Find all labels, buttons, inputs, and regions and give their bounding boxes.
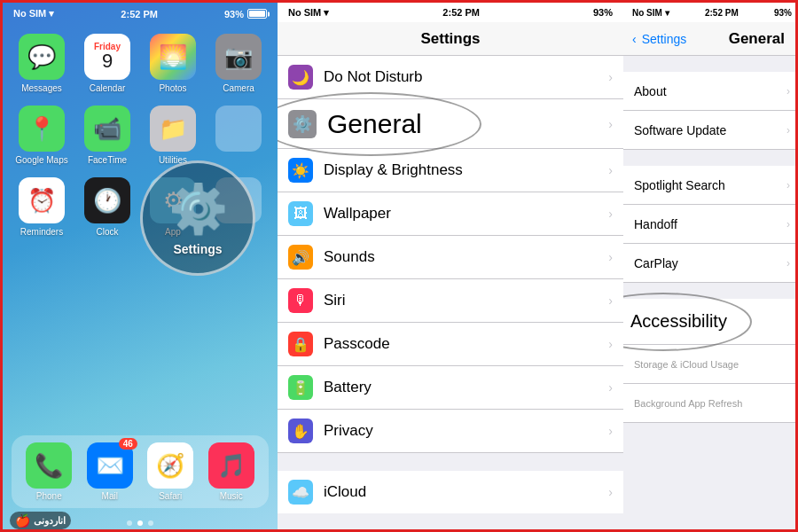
utilities-icon: 📁 <box>150 106 196 152</box>
dock-safari[interactable]: 🧭 Safari <box>147 442 193 501</box>
general-sep-2 <box>623 283 798 299</box>
calendar-icon: Friday 9 <box>84 34 130 80</box>
dock-mail[interactable]: ✉️ 46 Mail <box>87 442 133 501</box>
general-row-bgrefresh[interactable]: Background App Refresh <box>623 384 798 423</box>
sounds-label: Sounds <box>324 248 608 266</box>
display-chevron: › <box>608 163 613 177</box>
accessibility-row-container[interactable]: Accessibility <box>623 299 798 345</box>
safari-icon: 🧭 <box>147 442 193 489</box>
settings-row-sounds[interactable]: 🔊 Sounds › <box>278 236 623 279</box>
panel3-time: 2:52 PM <box>705 8 739 18</box>
general-label: General <box>327 109 608 139</box>
panel2-carrier: No SIM ▾ <box>288 7 329 19</box>
general-chevron: › <box>608 117 613 131</box>
battery-status: 93% <box>224 9 267 20</box>
messages-icon: 💬 <box>19 34 65 80</box>
app-facetime[interactable]: 📹 FaceTime <box>81 106 134 165</box>
app-clock[interactable]: 🕐 Clock <box>81 177 134 237</box>
storage-label: Storage & iCloud Usage <box>634 359 790 370</box>
siri-label: Siri <box>324 292 608 309</box>
dock-music[interactable]: 🎵 Music <box>208 442 254 501</box>
settings-row-siri[interactable]: 🎙 Siri › <box>278 279 623 323</box>
app-reminders[interactable]: ⏰ Reminders <box>15 177 68 237</box>
carplay-chevron: › <box>786 257 790 270</box>
settings-row-passcode[interactable]: 🔒 Passcode › <box>278 323 623 366</box>
app-maps[interactable]: 📍 Google Maps <box>15 106 68 165</box>
settings-row-privacy[interactable]: ✋ Privacy › <box>278 410 623 453</box>
icloud-chevron: › <box>608 485 613 499</box>
app-placeholder1 <box>212 106 265 165</box>
facetime-label: FaceTime <box>88 155 127 165</box>
passcode-label: Passcode <box>324 335 608 353</box>
status-bar: No SIM ▾ 2:52 PM 93% <box>3 3 278 25</box>
settings-row-wallpaper[interactable]: 🖼 Wallpaper › <box>278 192 623 236</box>
bgrefresh-label: Background App Refresh <box>634 398 790 409</box>
phone-icon: 📞 <box>26 442 72 489</box>
app-utilities[interactable]: 📁 Utilities <box>146 106 200 165</box>
wallpaper-icon: 🖼 <box>288 201 313 226</box>
spotlight-label: Spotlight Search <box>634 178 786 192</box>
siri-icon: 🎙 <box>288 288 313 313</box>
dnd-label: Do Not Disturb <box>324 68 608 86</box>
mail-label: Mail <box>102 491 118 501</box>
about-label: About <box>634 84 786 98</box>
general-row-carplay[interactable]: CarPlay › <box>623 244 798 283</box>
display-label: Display & Brightness <box>324 161 608 179</box>
dock: 📞 Phone ✉️ 46 Mail 🧭 Safari 🎵 Music <box>12 435 269 508</box>
settings-row-battery[interactable]: 🔋 Battery › <box>278 366 623 410</box>
software-update-label: Software Update <box>634 123 786 137</box>
clock-icon: 🕐 <box>84 177 130 223</box>
homescreen-panel: No SIM ▾ 2:52 PM 93% 💬 Messages Friday 9… <box>3 3 278 532</box>
accessibility-label: Accessibility <box>630 311 790 332</box>
mail-icon: ✉️ 46 <box>87 442 133 489</box>
battery-label: Battery <box>324 379 608 396</box>
dnd-chevron: › <box>608 70 613 84</box>
dot1 <box>127 520 132 526</box>
sounds-chevron: › <box>608 250 613 264</box>
separator-1 <box>278 453 623 471</box>
privacy-icon: ✋ <box>288 419 313 443</box>
general-row-accessibility[interactable]: Accessibility <box>623 299 798 345</box>
battery-pct: 93% <box>224 9 244 20</box>
settings-row-icloud[interactable]: ☁️ iCloud › <box>278 471 623 513</box>
messages-label: Messages <box>21 83 62 93</box>
settings-big-label: Settings <box>173 242 222 256</box>
general-row-spotlight[interactable]: Spotlight Search › <box>623 166 798 205</box>
general-row-about[interactable]: About › <box>623 72 798 111</box>
settings-row-dnd[interactable]: 🌙 Do Not Disturb › <box>278 56 623 99</box>
camera-icon: 📷 <box>215 34 262 80</box>
music-icon: 🎵 <box>208 442 254 489</box>
icloud-label: iCloud <box>324 483 608 501</box>
app-photos[interactable]: 🌅 Photos <box>146 34 200 93</box>
general-row-software-update[interactable]: Software Update › <box>623 111 798 150</box>
panel3-status: No SIM ▾ 2:52 PM 93% <box>623 3 798 22</box>
dock-phone[interactable]: 📞 Phone <box>26 442 72 501</box>
icloud-icon: ☁️ <box>288 480 313 505</box>
settings-row-display[interactable]: ☀️ Display & Brightness › <box>278 149 623 192</box>
settings-circle: ⚙️ Settings <box>140 160 255 276</box>
settings-list: 🌙 Do Not Disturb › ⚙️ General › ☀️ Displ… <box>278 56 623 513</box>
back-arrow-icon: ‹ <box>632 32 637 46</box>
general-row-handoff[interactable]: Handoff › <box>623 205 798 244</box>
handoff-label: Handoff <box>634 217 786 231</box>
spotlight-chevron: › <box>786 179 790 192</box>
settings-gear-icon: ⚙️ <box>168 181 228 237</box>
app-calendar[interactable]: Friday 9 Calendar <box>81 34 134 93</box>
safari-label: Safari <box>159 491 182 501</box>
panel2-navbar: Settings <box>278 22 623 56</box>
panel2-battery: 93% <box>593 7 613 18</box>
general-row-storage[interactable]: Storage & iCloud Usage <box>623 345 798 384</box>
maps-icon: 📍 <box>19 106 65 152</box>
clock-label: Clock <box>96 227 118 237</box>
general-row-wrapper[interactable]: ⚙️ General › <box>278 99 623 149</box>
app-camera[interactable]: 📷 Camera <box>212 34 265 93</box>
settings-circle-container[interactable]: ⚙️ Settings <box>140 160 255 276</box>
sounds-icon: 🔊 <box>288 245 313 270</box>
app-messages[interactable]: 💬 Messages <box>15 34 68 93</box>
panel3-battery: 93% <box>774 8 792 18</box>
phone-label: Phone <box>36 491 62 501</box>
general-row[interactable]: ⚙️ General › <box>278 99 623 149</box>
battery-icon <box>247 9 267 19</box>
back-label[interactable]: Settings <box>642 32 687 46</box>
placeholder-icon <box>215 106 262 152</box>
